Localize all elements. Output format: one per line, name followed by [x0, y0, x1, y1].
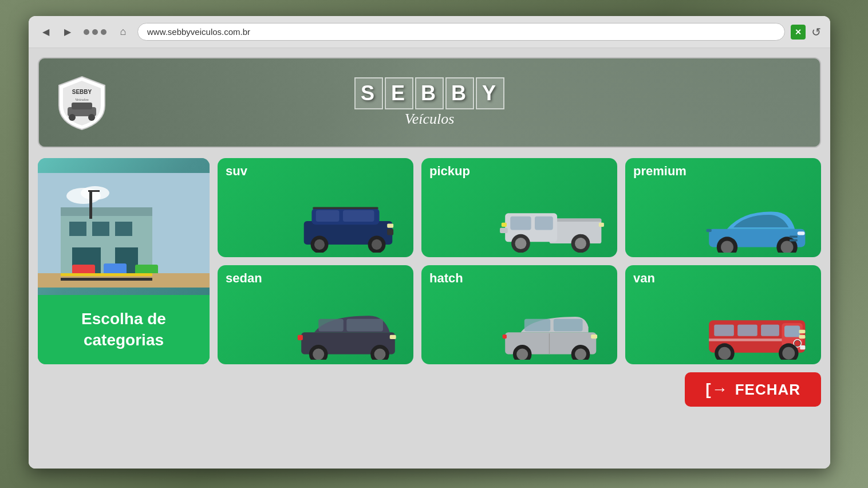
svg-point-31	[372, 239, 382, 249]
svg-rect-55	[707, 229, 712, 231]
van-label: van	[625, 265, 821, 292]
svg-point-62	[374, 348, 385, 360]
svg-rect-3	[72, 103, 92, 109]
svg-rect-64	[298, 334, 303, 340]
sedan-label: sedan	[218, 265, 413, 292]
van-image	[625, 292, 821, 364]
svg-rect-67	[554, 318, 583, 331]
address-bar[interactable]: www.sebbyveiculos.com.br	[137, 23, 785, 41]
svg-point-29	[314, 239, 325, 249]
category-card-premium[interactable]: premium	[625, 158, 821, 257]
svg-rect-77	[784, 325, 800, 337]
svg-text:SEBBY: SEBBY	[72, 89, 92, 95]
fechar-label: FECHAR	[735, 381, 800, 399]
premium-image	[625, 184, 821, 257]
category-card-suv[interactable]: suv	[218, 158, 413, 257]
svg-rect-17	[88, 190, 100, 192]
category-main-label: Escolha de categorias	[38, 295, 210, 364]
svg-rect-58	[346, 318, 383, 331]
svg-rect-45	[599, 222, 604, 226]
svg-point-86	[782, 347, 795, 359]
hatch-image	[421, 292, 617, 364]
svg-rect-23	[61, 278, 152, 281]
svg-rect-10	[61, 207, 152, 216]
category-card-pickup[interactable]: pickup	[421, 158, 617, 257]
svg-rect-16	[89, 190, 92, 219]
refresh-button[interactable]: ↻	[811, 25, 821, 39]
svg-rect-13	[115, 222, 132, 236]
svg-point-4	[69, 114, 76, 121]
svg-point-69	[516, 348, 528, 360]
svg-rect-54	[790, 239, 798, 241]
svg-point-71	[575, 348, 586, 360]
dealership-image	[38, 158, 210, 302]
svg-rect-46	[500, 227, 508, 233]
brand-subtitle: Veículos	[354, 111, 504, 128]
svg-point-82	[794, 340, 800, 346]
svg-point-5	[88, 114, 95, 121]
svg-rect-63	[390, 334, 396, 339]
hatch-label: hatch	[421, 265, 617, 292]
browser-content: SEBBY Veículos S E B B	[29, 48, 830, 469]
svg-rect-89	[800, 345, 805, 349]
svg-rect-87	[799, 329, 805, 333]
pickup-label: pickup	[421, 158, 617, 184]
svg-rect-33	[387, 229, 393, 235]
browser-toolbar: ◀ ▶ ⌂ www.sebbyveiculos.com.br ✕ ↻	[29, 16, 830, 48]
svg-rect-34	[313, 207, 378, 209]
banner-title: S E B B Y Veículos	[354, 77, 504, 128]
logo-container: SEBBY Veículos	[56, 74, 108, 131]
browser-window: ◀ ▶ ⌂ www.sebbyveiculos.com.br ✕ ↻	[29, 16, 830, 469]
pickup-image	[421, 184, 617, 257]
categories-grid: Escolha de categorias suv	[38, 158, 821, 364]
svg-text:Veículos: Veículos	[75, 97, 89, 102]
back-button[interactable]: ◀	[38, 24, 54, 40]
svg-rect-72	[591, 334, 597, 338]
svg-rect-88	[799, 334, 805, 338]
svg-rect-90	[709, 339, 782, 341]
svg-rect-27	[343, 210, 374, 221]
dots-menu	[84, 29, 106, 35]
svg-rect-12	[92, 222, 109, 236]
svg-rect-78	[714, 324, 734, 336]
category-card-sedan[interactable]: sedan	[218, 265, 413, 364]
suv-label: suv	[218, 158, 413, 184]
exit-icon: [→	[705, 380, 728, 399]
dot-3	[101, 29, 106, 35]
svg-rect-39	[535, 216, 553, 230]
stop-button[interactable]: ✕	[791, 25, 806, 40]
brand-name: S E B B Y	[354, 77, 504, 109]
svg-rect-38	[510, 216, 531, 230]
svg-point-41	[515, 238, 526, 249]
premium-label: premium	[625, 158, 821, 184]
svg-point-60	[313, 348, 324, 360]
category-card-hatch[interactable]: hatch	[421, 265, 617, 364]
forward-button[interactable]: ▶	[60, 24, 76, 40]
svg-rect-22	[61, 273, 152, 276]
dot-1	[84, 29, 89, 35]
logo-shield: SEBBY Veículos	[56, 74, 108, 131]
svg-rect-66	[524, 318, 550, 331]
sedan-image	[218, 292, 413, 364]
svg-rect-26	[316, 210, 340, 221]
svg-point-84	[719, 347, 731, 359]
main-category-text: Escolha de categorias	[49, 309, 198, 351]
svg-rect-73	[503, 334, 507, 338]
svg-rect-52	[798, 231, 805, 235]
svg-point-43	[575, 238, 586, 249]
close-button-row: [→ FECHAR	[38, 372, 821, 407]
svg-rect-32	[387, 223, 393, 227]
svg-point-8	[81, 186, 109, 200]
svg-rect-57	[318, 318, 344, 331]
svg-rect-11	[69, 222, 86, 236]
svg-rect-79	[737, 324, 757, 336]
header-banner: SEBBY Veículos S E B B	[38, 57, 821, 148]
category-main-card[interactable]: Escolha de categorias	[38, 158, 210, 364]
dot-2	[92, 29, 98, 35]
home-button[interactable]: ⌂	[115, 23, 132, 41]
category-card-van[interactable]: van	[625, 265, 821, 364]
svg-rect-80	[761, 324, 779, 336]
svg-rect-44	[502, 222, 507, 226]
fechar-button[interactable]: [→ FECHAR	[685, 372, 821, 407]
suv-image	[218, 184, 413, 257]
